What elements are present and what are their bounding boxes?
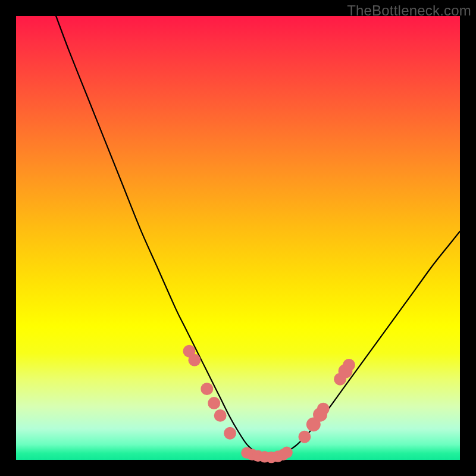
- plot-area: [16, 16, 460, 460]
- data-marker: [214, 409, 227, 422]
- data-marker: [188, 354, 201, 367]
- data-marker: [317, 403, 330, 415]
- chart-frame: TheBottleneck.com: [0, 0, 476, 476]
- watermark-text: TheBottleneck.com: [347, 2, 471, 19]
- data-marker: [208, 397, 220, 409]
- bottleneck-curve: [56, 16, 460, 458]
- data-marker: [281, 447, 292, 458]
- chart-svg: [16, 16, 460, 460]
- data-marker: [343, 359, 355, 371]
- data-marker: [298, 431, 311, 443]
- marker-layer: [183, 345, 355, 463]
- data-marker: [201, 383, 213, 395]
- data-marker: [224, 427, 236, 440]
